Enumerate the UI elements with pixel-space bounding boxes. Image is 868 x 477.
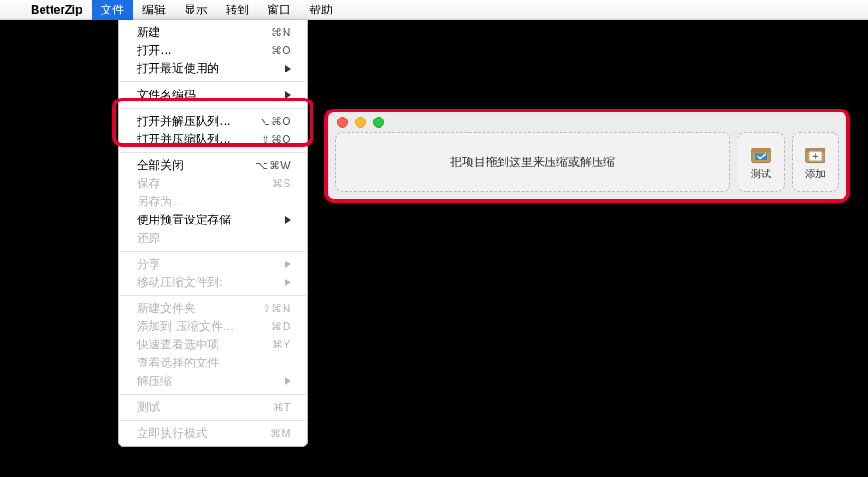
menu-quicklook: 快速查看选中项⌘Y <box>119 336 307 354</box>
menu-separator <box>120 152 306 153</box>
window-toolbar: 把项目拖到这里来压缩或解压缩 测试 添加 <box>328 132 846 199</box>
queue-window: 把项目拖到这里来压缩或解压缩 测试 添加 <box>324 109 850 203</box>
menu-open[interactable]: 打开…⌘O <box>119 42 307 60</box>
menu-separator <box>120 108 306 109</box>
chevron-right-icon <box>285 216 291 224</box>
menu-filename-encoding[interactable]: 文件名编码 <box>119 86 307 104</box>
window-minimize-button[interactable] <box>355 117 366 128</box>
chevron-right-icon <box>285 261 291 268</box>
menu-test: 测试⌘T <box>119 398 307 416</box>
menu-close-all[interactable]: 全部关闭⌥⌘W <box>119 157 307 175</box>
dropzone-label: 把项目拖到这里来压缩或解压缩 <box>450 154 615 170</box>
menu-view-selected: 查看选择的文件 <box>119 354 307 372</box>
menu-separator <box>120 295 306 296</box>
menu-new[interactable]: 新建⌘N <box>119 24 307 42</box>
menu-open-compress-queue[interactable]: 打开并压缩队列…⇧⌘O <box>119 130 307 148</box>
menu-save-as: 另存为… <box>119 193 307 211</box>
menu-add-to-archive: 添加到 压缩文件…⌘D <box>119 318 307 336</box>
file-menu-dropdown: 新建⌘N 打开…⌘O 打开最近使用的 文件名编码 打开并解压队列…⌥⌘O 打开并… <box>118 20 308 447</box>
menu-move-archive-to: 移动压缩文件到: <box>119 273 307 291</box>
add-button[interactable]: 添加 <box>792 132 839 192</box>
box-check-icon <box>748 144 774 166</box>
add-button-label: 添加 <box>805 167 825 181</box>
menu-help[interactable]: 帮助 <box>300 0 342 20</box>
chevron-right-icon <box>285 91 291 99</box>
chevron-right-icon <box>285 279 291 286</box>
menu-open-recent[interactable]: 打开最近使用的 <box>119 60 307 78</box>
menu-separator <box>120 81 306 82</box>
menu-separator <box>120 251 306 252</box>
dropzone[interactable]: 把项目拖到这里来压缩或解压缩 <box>335 132 730 192</box>
menu-edit[interactable]: 编辑 <box>133 0 175 20</box>
menu-open-extract-queue[interactable]: 打开并解压队列…⌥⌘O <box>119 112 307 130</box>
app-name[interactable]: BetterZip <box>22 3 92 16</box>
menu-new-folder: 新建文件夹⇧⌘N <box>119 300 307 318</box>
test-button-label: 测试 <box>751 167 771 181</box>
menu-go[interactable]: 转到 <box>217 0 258 20</box>
menu-window[interactable]: 窗口 <box>258 0 300 20</box>
test-button[interactable]: 测试 <box>738 132 785 192</box>
menu-save-with-preset[interactable]: 使用预置设定存储 <box>119 211 307 229</box>
menu-separator <box>120 420 306 421</box>
menu-share: 分享 <box>119 255 307 273</box>
svg-rect-1 <box>752 148 771 152</box>
window-titlebar <box>328 112 846 132</box>
menu-file[interactable]: 文件 <box>92 0 133 20</box>
window-close-button[interactable] <box>337 117 348 128</box>
menu-view[interactable]: 显示 <box>175 0 217 20</box>
menu-save: 保存⌘S <box>119 175 307 193</box>
menu-revert: 还原 <box>119 229 307 247</box>
window-zoom-button[interactable] <box>373 117 384 128</box>
box-plus-icon <box>803 144 828 166</box>
menu-separator <box>120 394 306 395</box>
chevron-right-icon <box>285 65 291 72</box>
menu-direct-mode: 立即执行模式⌘M <box>119 425 307 443</box>
chevron-right-icon <box>285 377 291 385</box>
menu-extract: 解压缩 <box>119 372 307 390</box>
menubar: BetterZip 文件 编辑 显示 转到 窗口 帮助 <box>0 0 868 20</box>
